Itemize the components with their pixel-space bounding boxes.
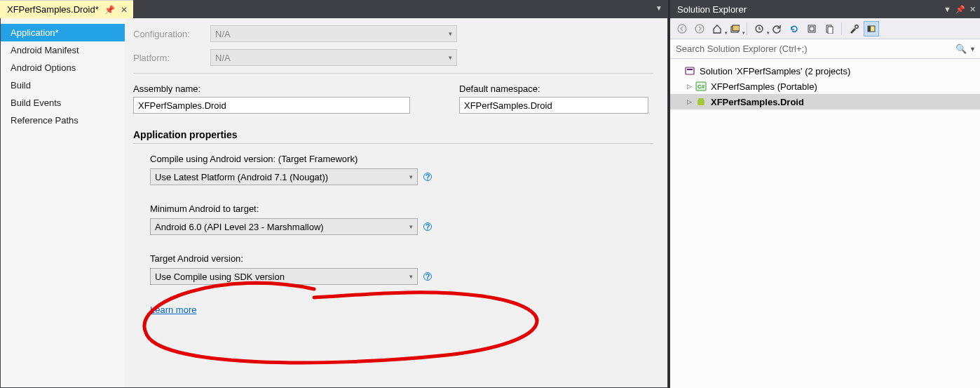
close-icon[interactable]: ✕	[121, 5, 128, 15]
property-sidebar: Application* Android Manifest Android Op…	[1, 18, 125, 387]
properties-icon[interactable]	[846, 21, 862, 36]
solution-explorer-search[interactable]: 🔍 ▼	[670, 39, 980, 59]
default-namespace-input[interactable]	[459, 97, 648, 114]
sidebar-item-label: Android Manifest	[11, 45, 79, 55]
chevron-down-icon: ▾	[409, 223, 413, 230]
svg-text:C#: C#	[697, 83, 705, 90]
solution-explorer-toolbar	[670, 18, 980, 39]
compile-version-value: Use Latest Platform (Android 7.1 (Nougat…	[155, 172, 328, 182]
svg-rect-11	[868, 26, 871, 32]
compile-version-combo[interactable]: Use Latest Platform (Android 7.1 (Nougat…	[150, 168, 418, 185]
pin-icon[interactable]: 📌	[955, 5, 965, 14]
sidebar-item-android-manifest[interactable]: Android Manifest	[1, 41, 125, 59]
svg-point-1	[695, 25, 704, 33]
pin-icon[interactable]: 📌	[104, 5, 115, 15]
configuration-combo[interactable]: N/A ▾	[210, 25, 457, 42]
sidebar-item-build-events[interactable]: Build Events	[1, 94, 125, 112]
svg-rect-19	[698, 98, 704, 100]
default-namespace-label: Default namespace:	[459, 83, 648, 94]
sidebar-item-label: Android Options	[11, 62, 76, 73]
application-properties-header: Application properties	[133, 129, 653, 140]
assembly-name-input[interactable]	[133, 97, 410, 114]
chevron-down-icon: ▾	[449, 30, 452, 37]
compile-version-label: Compile using Android version: (Target F…	[150, 154, 653, 164]
search-icon[interactable]: 🔍	[955, 44, 967, 54]
expander-icon[interactable]: ▷	[684, 83, 694, 90]
tree-node-portable[interactable]: ▷ C# XFPerfSamples (Portable)	[670, 79, 980, 94]
assembly-name-label: Assembly name:	[133, 83, 410, 94]
close-icon[interactable]: ✕	[969, 5, 976, 14]
tree-node-solution[interactable]: Solution 'XFPerfSamples' (2 projects)	[670, 63, 980, 79]
scope-icon[interactable]	[727, 21, 742, 36]
collapse-all-icon[interactable]	[804, 21, 819, 36]
svg-point-9	[855, 25, 858, 27]
tab-menu-icon[interactable]: ▼	[655, 4, 662, 12]
target-android-combo[interactable]: Use Compile using SDK version ▾	[150, 268, 418, 285]
tree-node-droid[interactable]: ▷ XFPerfSamples.Droid	[670, 94, 980, 109]
divider	[133, 73, 653, 74]
solution-icon	[684, 65, 695, 76]
sidebar-item-android-options[interactable]: Android Options	[1, 59, 125, 76]
sidebar-item-label: Build Events	[11, 98, 61, 108]
min-android-combo[interactable]: Android 6.0 (API Level 23 - Marshmallow)…	[150, 218, 418, 235]
min-android-label: Minimum Android to target:	[150, 203, 653, 214]
expander-icon[interactable]: ▷	[684, 98, 694, 105]
sidebar-item-label: Reference Paths	[11, 115, 79, 126]
tree-label: XFPerfSamples (Portable)	[711, 81, 817, 92]
learn-more-link[interactable]: Learn more	[150, 305, 196, 315]
sync-icon[interactable]	[769, 21, 784, 36]
search-options-icon[interactable]: ▼	[969, 46, 976, 53]
sidebar-item-build[interactable]: Build	[1, 76, 125, 94]
toolbar-separator	[747, 22, 747, 35]
svg-point-0	[678, 25, 686, 33]
chevron-down-icon: ▾	[409, 173, 413, 180]
toolbar-separator	[841, 22, 842, 35]
solution-explorer-title-bar: Solution Explorer ▼ 📌 ✕	[670, 0, 980, 18]
platform-combo[interactable]: N/A ▾	[210, 49, 457, 66]
home-icon[interactable]	[709, 21, 725, 36]
forward-icon[interactable]	[692, 21, 707, 36]
svg-rect-16	[697, 100, 705, 105]
svg-rect-3	[733, 25, 740, 31]
platform-value: N/A	[215, 53, 231, 63]
configuration-value: N/A	[215, 29, 231, 39]
solution-explorer-title: Solution Explorer	[677, 4, 747, 15]
platform-label: Platform:	[133, 53, 210, 63]
history-icon[interactable]	[751, 21, 767, 36]
target-android-label: Target Android version:	[150, 253, 653, 264]
document-tab-active[interactable]: XFPerfSamples.Droid* 📌 ✕	[0, 0, 133, 18]
csharp-project-icon: C#	[695, 81, 707, 92]
preview-icon[interactable]	[864, 21, 879, 36]
min-android-value: Android 6.0 (API Level 23 - Marshmallow)	[155, 222, 324, 232]
svg-rect-12	[686, 67, 694, 74]
sidebar-item-reference-paths[interactable]: Reference Paths	[1, 112, 125, 129]
configuration-label: Configuration:	[133, 29, 210, 39]
document-tab-title: XFPerfSamples.Droid*	[7, 4, 99, 15]
sidebar-item-label: Application*	[11, 27, 59, 38]
search-input[interactable]	[674, 43, 955, 55]
svg-rect-8	[828, 27, 833, 34]
chevron-down-icon: ▾	[449, 54, 452, 61]
svg-rect-13	[687, 69, 693, 70]
solution-tree: Solution 'XFPerfSamples' (2 projects) ▷ …	[670, 59, 980, 388]
help-icon[interactable]: ?	[423, 272, 432, 281]
chevron-down-icon: ▾	[409, 273, 413, 280]
back-icon[interactable]	[674, 21, 690, 36]
tree-label: Solution 'XFPerfSamples' (2 projects)	[700, 66, 850, 76]
document-tabstrip: XFPerfSamples.Droid* 📌 ✕ ▼	[0, 0, 668, 18]
target-android-value: Use Compile using SDK version	[155, 272, 285, 282]
android-project-icon	[695, 96, 707, 107]
help-icon[interactable]: ?	[423, 222, 432, 231]
help-icon[interactable]: ?	[423, 173, 432, 181]
refresh-icon[interactable]	[787, 21, 802, 36]
sidebar-item-label: Build	[11, 80, 31, 91]
sidebar-item-application[interactable]: Application*	[1, 24, 125, 41]
show-all-files-icon[interactable]	[822, 21, 837, 36]
divider	[133, 143, 653, 144]
window-menu-icon[interactable]: ▼	[944, 5, 951, 13]
tree-label: XFPerfSamples.Droid	[711, 97, 804, 107]
svg-rect-6	[810, 27, 814, 31]
